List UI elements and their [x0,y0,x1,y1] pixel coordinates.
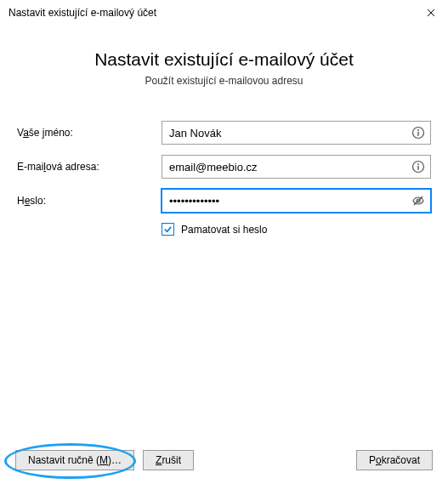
dialog-title: Nastavit existující e-mailový účet [0,49,448,70]
eye-off-icon[interactable] [406,190,430,212]
svg-point-1 [417,129,419,131]
name-label: Vaše jméno: [17,127,162,139]
titlebar: Nastavit existující e-mailový účet [0,0,448,26]
cancel-button[interactable]: Zrušit [143,450,194,470]
remember-label: Pamatovat si heslo [181,224,267,236]
info-icon[interactable] [406,156,430,178]
window-title: Nastavit existující e-mailový účet [9,7,156,19]
info-icon[interactable] [406,122,430,144]
form: Vaše jméno: E-mailová adresa: Heslo: [17,121,431,236]
continue-button[interactable]: Pokračovat [356,450,433,470]
svg-point-4 [417,163,419,165]
password-label: Heslo: [17,195,162,207]
name-input-wrap [162,121,431,145]
email-input[interactable] [162,161,406,174]
close-button[interactable] [421,3,441,23]
close-icon [427,9,435,17]
password-row: Heslo: [17,189,431,213]
check-icon [163,225,173,234]
remember-checkbox[interactable] [162,223,174,236]
remember-row: Pamatovat si heslo [162,223,431,236]
password-input-wrap [162,189,431,213]
name-row: Vaše jméno: [17,121,431,145]
svg-rect-2 [417,132,418,136]
email-label: E-mailová adresa: [17,161,162,173]
heading-area: Nastavit existující e-mailový účet Použí… [0,49,448,87]
password-input[interactable] [162,195,406,208]
email-input-wrap [162,155,431,179]
dialog-subtitle: Použít existující e-mailovou adresu [0,75,448,87]
email-row: E-mailová adresa: [17,155,431,179]
name-input[interactable] [162,127,406,140]
manual-setup-button[interactable]: Nastavit ručně (M)… [15,450,134,470]
button-bar: Nastavit ručně (M)… Zrušit Pokračovat [0,450,448,470]
svg-rect-5 [417,166,418,170]
